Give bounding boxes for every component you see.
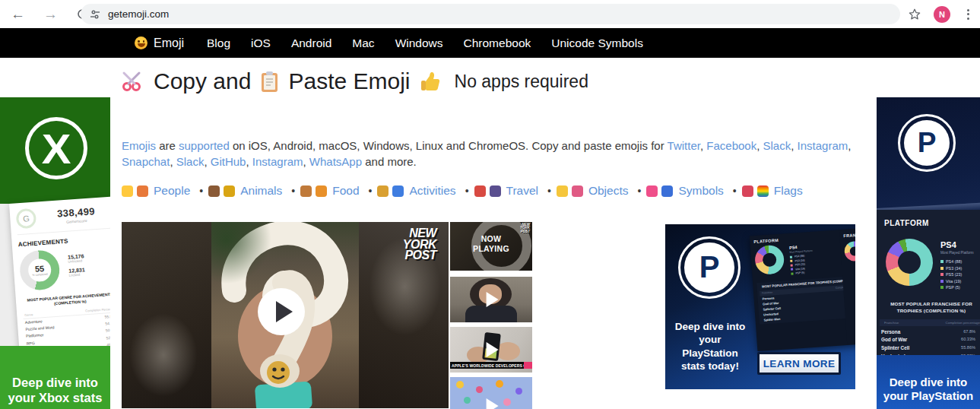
- intro-paragraph: Emojis are supported on iOS, Android, ma…: [122, 138, 867, 170]
- legend-item: PSP (5): [940, 285, 977, 290]
- learn-more-button[interactable]: LEARN MORE: [757, 352, 841, 375]
- category-emoji-icon: 🎉: [572, 185, 583, 197]
- video-player-widget: NEW YORK POST NEW YORK POST NOW PLAYING: [122, 222, 532, 409]
- back-icon[interactable]: ←: [11, 7, 25, 21]
- tune-icon[interactable]: [90, 9, 100, 20]
- browser-chrome: ← → getemoji.com N: [0, 0, 980, 28]
- category-link[interactable]: Activities: [409, 184, 455, 198]
- intro-segment: ,: [246, 155, 252, 168]
- table-row: Persona67.8%: [880, 328, 977, 336]
- playlist-item-now-playing[interactable]: NEW YORK POST NOW PLAYING: [450, 222, 532, 271]
- ps-ad-tagline: Deep dive into your PlayStation stats to…: [671, 320, 749, 373]
- category-emoji-icon: 💖: [646, 185, 658, 197]
- video-main[interactable]: NEW YORK POST: [122, 222, 449, 408]
- category-emoji-icon: 🍹: [316, 185, 327, 197]
- achievements-donut-chart: 55% completed: [18, 249, 61, 292]
- browser-window: ← → getemoji.com N Emoji BlogiOSAndroidM…: [0, 0, 980, 409]
- intro-segment: and more.: [362, 155, 417, 168]
- site-brand[interactable]: Emoji: [135, 36, 184, 50]
- page-title: Copy and Paste Emoji No apps required: [121, 68, 588, 94]
- category-item: 💡 🎉 Objects •: [557, 184, 646, 198]
- now-playing-label: NOW PLAYING: [450, 234, 532, 254]
- intro-segment: ,: [848, 139, 851, 152]
- category-emoji-icon: 🌐: [392, 185, 404, 197]
- platform-donut-chart: [754, 244, 785, 275]
- playlist-item-emoji[interactable]: [450, 377, 532, 409]
- category-emoji-icon: 🚘: [474, 185, 486, 197]
- category-item: 🍔 🍹 Food •: [300, 184, 377, 198]
- legend-item: PSP (5): [791, 271, 814, 275]
- ps-cta-text: Deep dive into your PlayStation: [877, 376, 980, 409]
- wwdc-caption: APPLE'S WORLDWIDE DEVELOPERS CONFERENCE: [450, 363, 524, 368]
- new-york-post-logo: NEW YORK POST: [403, 228, 436, 262]
- nav-link[interactable]: Mac: [352, 36, 374, 50]
- intro-segment: Facebook: [706, 139, 756, 152]
- play-icon: [276, 301, 293, 322]
- category-item: 🐻 🌻 Animals •: [208, 184, 300, 198]
- category-link[interactable]: Flags: [774, 184, 803, 198]
- intro-segment: ,: [204, 155, 210, 168]
- category-emoji-icon: 🍔: [300, 185, 312, 197]
- playstation-stats-ad-skyscraper[interactable]: P PLATFORM PS4 Most Played Platform PS4 …: [877, 97, 980, 409]
- nav-link[interactable]: Android: [291, 36, 331, 50]
- category-item: 🚘 🌆 Travel •: [474, 184, 557, 198]
- wwdc-caption-bar: APPLE'S WORLDWIDE DEVELOPERS CONFERENCE: [450, 362, 532, 369]
- scissors-emoji-icon: [121, 71, 144, 92]
- video-blur-left: [122, 222, 213, 408]
- play-button[interactable]: [258, 288, 305, 335]
- intro-segment: Twitter: [668, 139, 700, 152]
- legend-item: PS4 (88): [940, 259, 977, 264]
- stat-item: 12,831Locked: [68, 267, 85, 277]
- category-separator: •: [199, 185, 203, 197]
- playlist-item-interview[interactable]: [450, 277, 532, 322]
- intro-segment: Slack: [763, 139, 791, 152]
- category-link[interactable]: Symbols: [678, 184, 723, 198]
- nav-link[interactable]: Chromebook: [464, 36, 531, 50]
- nav-link[interactable]: iOS: [251, 36, 271, 50]
- category-emoji-icon: 🎷: [377, 185, 389, 197]
- category-item: 🎌 🏳️‍🌈 Flags: [742, 184, 817, 198]
- playstation-stats-ad[interactable]: P Deep dive into your PlayStation stats …: [665, 224, 855, 389]
- intro-segment: Slack: [176, 155, 205, 168]
- category-link[interactable]: Travel: [506, 184, 539, 198]
- nav-link[interactable]: Blog: [207, 36, 230, 50]
- nav-items: BlogiOSAndroidMacWindowsChromebookUnicod…: [207, 36, 643, 50]
- chrome-menu-icon[interactable]: [963, 9, 974, 20]
- new-york-post-logo-mini: NEW YORK POST: [520, 224, 530, 233]
- category-emoji-icon: 💡: [557, 185, 568, 197]
- playstation-logo-icon: P: [678, 236, 741, 299]
- nav-link[interactable]: Windows: [395, 36, 443, 50]
- achievements-stats: 15,176Unlocked12,831Locked: [68, 253, 86, 281]
- site-nav: Emoji BlogiOSAndroidMacWindowsChromebook…: [0, 28, 980, 58]
- intro-segment: GitHub: [211, 155, 246, 168]
- category-emoji-icon: 🐻: [208, 185, 220, 197]
- nav-link[interactable]: Unicode Symbols: [551, 36, 643, 50]
- emoji-logo-icon: [135, 36, 147, 49]
- category-separator: •: [291, 185, 295, 197]
- intro-segment: WhatsApp: [309, 155, 362, 168]
- category-link[interactable]: People: [154, 184, 190, 198]
- ps-dashboard-panel: PLATFORM PS4 Most Played Platform PS4 (8…: [877, 210, 980, 355]
- category-separator: •: [733, 185, 737, 197]
- play-icon: [487, 342, 499, 357]
- url-text[interactable]: getemoji.com: [108, 8, 169, 20]
- category-emoji-icon: 🈂️: [661, 185, 673, 197]
- intro-segment: ,: [303, 155, 309, 168]
- xbox-stats-ad[interactable]: X G 338,499 Gamerscore ACHIEVEMENTS 55% …: [0, 97, 110, 409]
- forward-icon[interactable]: →: [43, 7, 58, 21]
- franchise-title: FRANCHISE: [843, 232, 855, 238]
- category-link[interactable]: Objects: [588, 184, 629, 198]
- franchise-table-title: MOST POPULAR FRANCHISE FOR TROPHIES (COM…: [878, 301, 980, 315]
- gamerscore-badge: G: [16, 208, 37, 230]
- clipboard-emoji-icon: [261, 71, 278, 93]
- category-link[interactable]: Food: [332, 184, 359, 198]
- category-link[interactable]: Animals: [240, 184, 282, 198]
- address-bar[interactable]: getemoji.com: [81, 4, 900, 24]
- xbox-logo-icon: X: [25, 117, 87, 179]
- profile-avatar[interactable]: N: [934, 6, 950, 23]
- bookmark-star-icon[interactable]: [908, 8, 921, 21]
- category-separator: •: [465, 185, 469, 197]
- ps-dashboard-preview: PLATFORM PS4 Most Played Platform PS4 (8…: [750, 228, 855, 351]
- category-item: 💖 🈂️ Symbols •: [646, 184, 741, 198]
- playlist-item-wwdc[interactable]: APPLE'S WORLDWIDE DEVELOPERS CONFERENCE: [450, 327, 532, 373]
